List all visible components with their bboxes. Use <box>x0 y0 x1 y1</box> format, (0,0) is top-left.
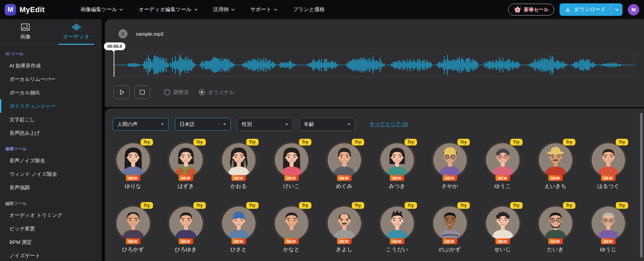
voice-card[interactable]: Try NEW ひろかず <box>107 205 159 253</box>
voice-avatar[interactable]: Try NEW <box>590 141 627 178</box>
menu-item[interactable]: 画像編集ツール <box>80 6 123 13</box>
sidebar-item[interactable]: ノイズゲート <box>0 249 102 261</box>
voice-card[interactable]: Try NEW けいこ <box>265 141 318 190</box>
voice-avatar[interactable]: Try NEW <box>326 205 363 242</box>
try-button[interactable]: Try <box>352 139 364 145</box>
menu-item[interactable]: プランと価格 <box>293 6 325 13</box>
sidebar-item[interactable]: 文字起こし <box>0 113 102 126</box>
sidebar-item[interactable]: 音声ノイズ除去 <box>0 154 102 167</box>
voice-card[interactable]: Try NEW ゆうこ <box>476 141 529 190</box>
voice-card[interactable]: Try NEW きよし <box>318 205 371 253</box>
play-button[interactable] <box>114 86 129 99</box>
try-button[interactable]: Try <box>457 202 470 209</box>
try-button[interactable]: Try <box>563 202 575 209</box>
download-button[interactable]: ダウンロード <box>560 3 611 16</box>
try-button[interactable]: Try <box>193 202 206 209</box>
voice-card[interactable]: Try NEW ひさと <box>212 205 265 253</box>
download-dropdown-button[interactable] <box>611 3 622 16</box>
voice-avatar[interactable]: Try NEW <box>484 141 521 178</box>
voice-card[interactable]: Try NEW はるつぐ <box>582 141 635 190</box>
filter-dropdown[interactable]: 人間の声 <box>113 118 168 131</box>
vertical-scrollbar-thumb[interactable] <box>640 113 643 258</box>
menu-item[interactable]: オーディオ編集ツール <box>139 6 197 13</box>
filter-dropdown[interactable]: 性別 <box>237 118 293 131</box>
radio-option[interactable]: 調整済 <box>164 89 189 96</box>
voice-avatar[interactable]: Try NEW <box>431 141 468 178</box>
voice-avatar[interactable]: Try NEW <box>537 141 574 178</box>
sidebar-item[interactable]: AI 効果音作成 <box>0 59 102 72</box>
voice-avatar[interactable]: Try NEW <box>379 205 416 242</box>
sidebar-item[interactable]: ボーカルリムーバー <box>0 72 102 86</box>
new-year-sale-button[interactable]: 新春セール <box>508 4 554 15</box>
close-file-button[interactable] <box>118 29 127 38</box>
stop-button[interactable] <box>134 86 150 99</box>
voice-avatar[interactable]: Try NEW <box>537 205 574 242</box>
clear-all-filters-link[interactable]: すべてクリア (2) <box>370 121 408 128</box>
voice-card[interactable]: Try NEW かなと <box>265 205 318 253</box>
user-avatar[interactable]: M <box>628 4 639 15</box>
voice-card[interactable]: Try NEW たいき <box>529 205 582 253</box>
try-button[interactable]: Try <box>405 202 417 209</box>
voice-avatar[interactable]: Try NEW <box>484 205 521 242</box>
try-button[interactable]: Try <box>616 202 628 209</box>
try-button[interactable]: Try <box>193 139 206 145</box>
voice-card[interactable]: Try NEW せいじ <box>476 205 529 253</box>
filter-dropdown[interactable]: 日本語 <box>175 118 231 131</box>
voice-avatar[interactable]: Try NEW <box>167 141 204 178</box>
voice-card[interactable]: Try NEW さやか <box>423 141 476 190</box>
try-button[interactable]: Try <box>405 139 417 145</box>
voice-card[interactable]: Try NEW ゆうじ <box>582 205 635 253</box>
voice-avatar[interactable]: Try NEW <box>273 205 310 242</box>
filter-dropdown[interactable]: 年齢 <box>299 118 355 131</box>
voice-avatar[interactable]: Try NEW <box>431 205 468 242</box>
voice-card[interactable]: Try NEW えいきち <box>529 141 582 190</box>
menu-item[interactable]: サポート <box>250 6 277 13</box>
sidebar-item[interactable]: ピッチ変更 <box>0 222 102 235</box>
try-button[interactable]: Try <box>510 139 523 145</box>
sidebar-item[interactable]: 音声読み上げ <box>0 126 102 140</box>
sidebar-item[interactable]: BPM 測定 <box>0 235 102 249</box>
try-button[interactable]: Try <box>510 202 523 209</box>
tab-image[interactable]: 画像 <box>0 19 51 44</box>
voice-avatar[interactable]: Try NEW <box>326 141 363 178</box>
voice-card[interactable]: Try NEW みつき <box>371 141 423 190</box>
voice-card[interactable]: Try NEW ゆりな <box>107 141 159 190</box>
new-badge: NEW <box>337 175 351 181</box>
try-button[interactable]: Try <box>246 139 259 145</box>
voice-card[interactable]: Try NEW ひろゆき <box>159 205 212 253</box>
brand-logo[interactable]: M MyEdit <box>5 4 45 15</box>
sidebar-item[interactable]: オーディオ トリミング <box>0 208 102 222</box>
voice-card[interactable]: Try NEW はずき <box>159 141 212 190</box>
voice-avatar[interactable]: Try NEW <box>115 141 152 178</box>
try-button[interactable]: Try <box>299 202 311 209</box>
voice-card[interactable]: Try NEW めぐみ <box>318 141 371 190</box>
sidebar-item[interactable]: 音声強調 <box>0 181 102 194</box>
voice-avatar[interactable]: Try NEW <box>273 141 310 178</box>
sidebar-item[interactable]: ボーカル抽出 <box>0 86 102 99</box>
try-button[interactable]: Try <box>299 139 311 145</box>
sidebar-item-active[interactable]: ボイスチェンジャー <box>0 99 102 113</box>
voice-card[interactable]: Try NEW のぶかず <box>423 205 476 253</box>
sidebar-item[interactable]: ウィンド ノイズ除去 <box>0 167 102 181</box>
radio-icon <box>199 89 205 95</box>
voice-avatar[interactable]: Try NEW <box>590 205 627 242</box>
try-button[interactable]: Try <box>616 139 628 145</box>
radio-option[interactable]: オリジナル <box>199 89 234 96</box>
try-button[interactable]: Try <box>457 139 470 145</box>
voice-avatar[interactable]: Try NEW <box>167 205 204 242</box>
voice-card[interactable]: Try NEW こうだい <box>371 205 423 253</box>
voice-avatar[interactable]: Try NEW <box>115 205 152 242</box>
try-button[interactable]: Try <box>141 202 153 209</box>
menu-item[interactable]: 活用例 <box>213 6 235 13</box>
waveform[interactable] <box>114 53 635 77</box>
voice-avatar[interactable]: Try NEW <box>220 141 257 178</box>
voice-card[interactable]: Try NEW かおる <box>212 141 265 190</box>
voice-avatar[interactable]: Try NEW <box>379 141 416 178</box>
try-button[interactable]: Try <box>141 139 153 145</box>
playhead[interactable] <box>114 51 114 77</box>
voice-avatar[interactable]: Try NEW <box>220 205 257 242</box>
tab-audio[interactable]: オーディオ <box>51 19 102 44</box>
try-button[interactable]: Try <box>352 202 364 209</box>
try-button[interactable]: Try <box>563 139 575 145</box>
try-button[interactable]: Try <box>246 202 259 209</box>
